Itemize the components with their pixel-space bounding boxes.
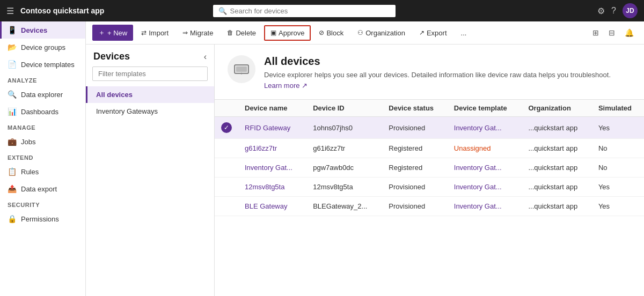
table-row[interactable]: Inventory Gat...pgw7awb0dcRegisteredInve… [215, 158, 644, 177]
col-simulated: Simulated [592, 100, 644, 117]
svg-rect-1 [236, 66, 247, 72]
layout-button[interactable]: ⊞ [589, 26, 603, 40]
nav-item-all-devices[interactable]: All devices [86, 86, 214, 103]
sidebar-item-data-export-label: Data export [21, 185, 57, 193]
row-device-name[interactable]: RFID Gateway [238, 117, 306, 139]
sidebar-item-rules[interactable]: 📋 Rules [0, 163, 85, 180]
app-title: Contoso quickstart app [20, 6, 104, 15]
col-device-template: Device template [448, 100, 522, 117]
export-button[interactable]: ↗ Export [413, 26, 453, 40]
data-explorer-icon: 🔍 [8, 90, 17, 99]
row-organization: ...quickstart app [522, 117, 591, 139]
devices-panel-header: Devices ‹ [86, 45, 214, 66]
migrate-button[interactable]: ⇒ Migrate [177, 26, 219, 40]
row-device-template[interactable]: Inventory Gat... [448, 158, 522, 177]
sidebar-item-permissions[interactable]: 🔒 Permissions [0, 210, 85, 227]
organization-button[interactable]: ⚇ Organization [352, 26, 411, 40]
row-device-id: BLEGateway_2... [306, 197, 382, 216]
sidebar-item-data-export[interactable]: 📤 Data export [0, 180, 85, 197]
all-devices-icon [228, 55, 255, 83]
devices-collapse-button[interactable]: ‹ [204, 52, 207, 62]
all-devices-desc: Device explorer helps you see all your d… [264, 70, 611, 91]
row-device-name[interactable]: 12msv8tg5ta [238, 177, 306, 197]
sidebar-item-device-templates[interactable]: 📄 Device templates [0, 56, 85, 73]
learn-more-link[interactable]: Learn more ↗ [264, 82, 308, 90]
sidebar-item-devices[interactable]: 📱 Devices [0, 21, 85, 39]
search-input[interactable] [230, 7, 390, 15]
row-device-status: Provisioned [382, 177, 448, 197]
block-icon: ⊘ [319, 29, 324, 36]
sidebar-item-dashboards[interactable]: 📊 Dashboards [0, 103, 85, 120]
table-row[interactable]: 12msv8tg5ta12msv8tg5taProvisionedInvento… [215, 177, 644, 197]
row-device-status: Provisioned [382, 197, 448, 216]
approve-button[interactable]: ▣ Approve [264, 25, 311, 41]
device-name-link[interactable]: 12msv8tg5ta [245, 183, 284, 191]
row-device-template[interactable]: Inventory Gat... [448, 197, 522, 216]
avatar[interactable]: JD [623, 3, 638, 18]
migrate-icon: ⇒ [182, 29, 188, 36]
filter-button[interactable]: ⊟ [605, 26, 619, 40]
device-groups-icon: 📂 [8, 43, 17, 51]
jobs-icon: 💼 [8, 137, 17, 146]
sidebar-section-extend: Extend [0, 150, 85, 163]
device-name-link[interactable]: Inventory Gat... [245, 164, 292, 172]
row-device-name[interactable]: Inventory Gat... [238, 158, 306, 177]
search-icon: 🔍 [218, 7, 227, 15]
col-device-id: Device ID [306, 100, 382, 117]
block-button[interactable]: ⊘ Block [313, 26, 349, 40]
topbar-icons: ⚙ ? JD [597, 3, 638, 18]
import-button[interactable]: ⇄ Import [135, 26, 174, 40]
hamburger-icon[interactable]: ☰ [6, 6, 14, 16]
device-template-link[interactable]: Inventory Gat... [454, 164, 502, 172]
row-device-name[interactable]: BLE Gateway [238, 197, 306, 216]
settings-icon[interactable]: ⚙ [597, 6, 605, 16]
devices-panel: Devices ‹ All devices Inventory Gateways [86, 45, 215, 296]
sidebar-item-device-groups[interactable]: 📂 Device groups [0, 39, 85, 56]
topbar: ☰ Contoso quickstart app 🔍 ⚙ ? JD [0, 0, 644, 21]
sidebar-item-rules-label: Rules [21, 168, 39, 176]
table-row[interactable]: ✓RFID Gateway1ohns07jhs0ProvisionedInven… [215, 117, 644, 139]
row-device-template[interactable]: Unassigned [448, 139, 522, 158]
device-templates-icon: 📄 [8, 60, 17, 69]
toolbar-right: ⊞ ⊟ 🔔 [589, 26, 638, 40]
row-device-template[interactable]: Inventory Gat... [448, 117, 522, 139]
device-template-link[interactable]: Inventory Gat... [454, 202, 502, 210]
bell-button[interactable]: 🔔 [621, 26, 638, 40]
sidebar-item-jobs[interactable]: 💼 Jobs [0, 133, 85, 150]
toolbar: ＋ + New ⇄ Import ⇒ Migrate 🗑 Delete ▣ Ap… [86, 21, 644, 45]
sidebar-item-device-groups-label: Device groups [21, 43, 65, 51]
help-icon[interactable]: ? [611, 6, 616, 16]
main-content: All devices Device explorer helps you se… [215, 45, 644, 296]
device-name-link[interactable]: g61i6zz7tr [245, 144, 277, 152]
row-device-name[interactable]: g61i6zz7tr [238, 139, 306, 158]
device-template-link[interactable]: Unassigned [454, 144, 491, 152]
row-device-id: pgw7awb0dc [306, 158, 382, 177]
table-row[interactable]: g61i6zz7trg61i6zz7trRegisteredUnassigned… [215, 139, 644, 158]
sidebar-item-data-explorer[interactable]: 🔍 Data explorer [0, 86, 85, 103]
new-button[interactable]: ＋ + New [92, 25, 133, 41]
sidebar-section-security: Security [0, 197, 85, 210]
sidebar-item-data-explorer-label: Data explorer [21, 91, 63, 99]
row-organization: ...quickstart app [522, 139, 591, 158]
row-organization: ...quickstart app [522, 158, 591, 177]
export-icon: ↗ [419, 29, 425, 36]
search-bar: 🔍 [213, 5, 396, 17]
row-check [215, 197, 238, 216]
row-check [215, 177, 238, 197]
col-organization: Organization [522, 100, 591, 117]
nav-item-inventory-gateways[interactable]: Inventory Gateways [86, 103, 214, 120]
row-device-template[interactable]: Inventory Gat... [448, 177, 522, 197]
filter-templates-input[interactable] [92, 66, 208, 81]
row-device-status: Provisioned [382, 117, 448, 139]
table-row[interactable]: BLE GatewayBLEGateway_2...ProvisionedInv… [215, 197, 644, 216]
col-check [215, 100, 238, 117]
device-name-link[interactable]: RFID Gateway [245, 124, 290, 132]
devices-panel-title: Devices [93, 51, 130, 62]
device-template-link[interactable]: Inventory Gat... [454, 124, 502, 132]
device-template-link[interactable]: Inventory Gat... [454, 183, 502, 191]
device-name-link[interactable]: BLE Gateway [245, 202, 288, 210]
more-button[interactable]: ... [455, 26, 473, 40]
col-device-name: Device name [238, 100, 306, 117]
delete-button[interactable]: 🗑 Delete [221, 26, 262, 40]
row-simulated: Yes [592, 197, 644, 216]
